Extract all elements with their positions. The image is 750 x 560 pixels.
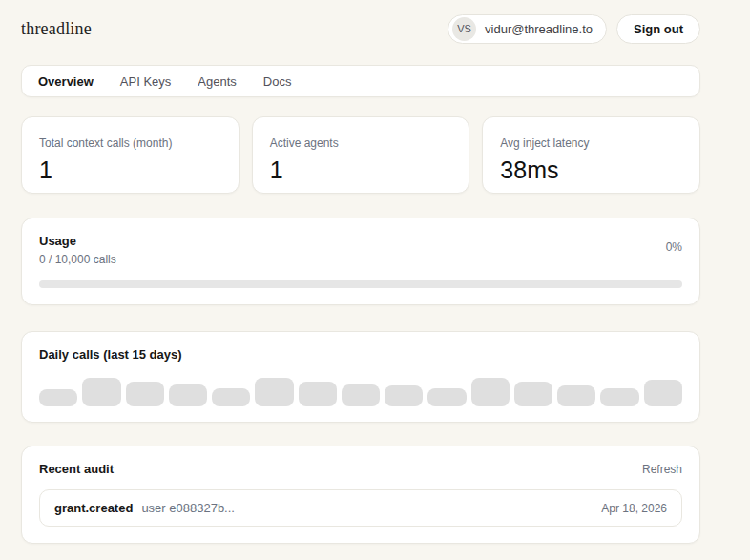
audit-header: Recent audit Refresh [39, 462, 682, 476]
audit-title: Recent audit [39, 462, 114, 476]
stat-label: Active agents [270, 136, 452, 150]
daily-calls-title: Daily calls (last 15 days) [39, 347, 682, 362]
daily-calls-bar [342, 384, 380, 406]
usage-subtitle: 0 / 10,000 calls [39, 253, 116, 266]
daily-calls-bar [514, 382, 552, 406]
header: threadline VS vidur@threadline.to Sign o… [21, 0, 700, 57]
stat-value: 1 [39, 156, 221, 184]
daily-calls-card: Daily calls (last 15 days) [21, 331, 700, 423]
audit-date: Apr 18, 2026 [601, 502, 667, 515]
usage-header-left: Usage 0 / 10,000 calls [39, 234, 116, 266]
daily-calls-bar [427, 388, 466, 406]
daily-calls-bar [169, 384, 207, 406]
daily-calls-bar [385, 385, 423, 406]
usage-card: Usage 0 / 10,000 calls 0% [21, 218, 700, 305]
daily-calls-bar [82, 378, 120, 406]
stat-label: Total context calls (month) [39, 136, 221, 150]
refresh-button[interactable]: Refresh [642, 463, 682, 476]
usage-title: Usage [39, 234, 116, 248]
daily-calls-bar [600, 388, 638, 406]
usage-progress-bar [39, 280, 682, 288]
daily-calls-bar [471, 378, 510, 406]
sign-out-button[interactable]: Sign out [616, 14, 700, 44]
stat-card-avg-inject-latency: Avg inject latency 38ms [482, 116, 700, 194]
header-actions: VS vidur@threadline.to Sign out [448, 14, 700, 44]
daily-calls-bar [557, 385, 595, 406]
stat-card-active-agents: Active agents 1 [252, 116, 470, 194]
user-account-pill[interactable]: VS vidur@threadline.to [448, 14, 607, 44]
tab-docs[interactable]: Docs [263, 74, 292, 89]
stats-row: Total context calls (month) 1 Active age… [21, 116, 700, 194]
user-email: vidur@threadline.to [485, 22, 593, 36]
avatar: VS [452, 17, 476, 41]
brand-logo: threadline [21, 19, 92, 39]
daily-calls-bar [212, 388, 250, 406]
stat-label: Avg inject latency [500, 136, 682, 150]
audit-row: grant.created user e088327b... Apr 18, 2… [39, 489, 682, 527]
page-container: threadline VS vidur@threadline.to Sign o… [21, 0, 700, 544]
stat-value: 38ms [500, 156, 682, 184]
daily-calls-bar [255, 378, 293, 406]
nav-tab-bar: Overview API Keys Agents Docs [21, 65, 700, 97]
daily-calls-bar [39, 389, 77, 406]
audit-detail: user e088327b... [141, 501, 235, 515]
daily-calls-bar [299, 382, 337, 406]
daily-calls-bar [644, 380, 682, 406]
tab-agents[interactable]: Agents [198, 74, 236, 89]
recent-audit-card: Recent audit Refresh grant.created user … [21, 446, 700, 544]
usage-percent: 0% [666, 240, 682, 254]
usage-header: Usage 0 / 10,000 calls 0% [39, 234, 682, 266]
tab-overview[interactable]: Overview [38, 74, 94, 89]
tab-api-keys[interactable]: API Keys [120, 74, 171, 89]
audit-event: grant.created [54, 501, 133, 515]
stat-value: 1 [270, 156, 452, 184]
stat-card-total-context-calls: Total context calls (month) 1 [21, 116, 240, 194]
audit-row-left: grant.created user e088327b... [54, 501, 235, 515]
daily-calls-bar [126, 382, 164, 406]
daily-calls-bar-chart [39, 378, 682, 406]
